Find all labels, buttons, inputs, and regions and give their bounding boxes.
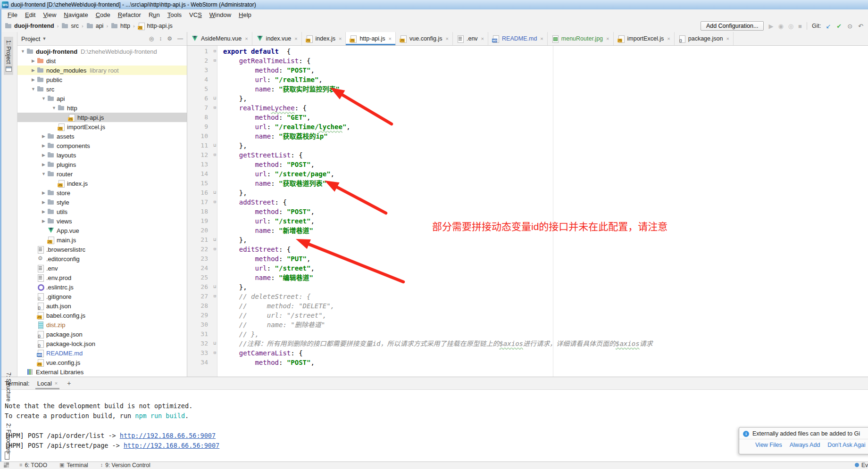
status-item-9-version-control[interactable]: ↕9: Version Control	[100, 462, 150, 469]
code-line-12[interactable]: 12⊟ getStreetList: {	[187, 150, 868, 160]
rollback-icon[interactable]: ↶	[858, 23, 863, 30]
chevron-right-icon[interactable]: ▶	[30, 68, 37, 73]
menu-item-file[interactable]: File	[4, 10, 21, 19]
fold-marker-icon[interactable]: ⊟	[210, 197, 219, 207]
menu-item-help[interactable]: Help	[235, 10, 255, 19]
stop-icon[interactable]: ■	[798, 23, 802, 30]
notification-link-view-files[interactable]: View Files	[755, 442, 782, 448]
tree-item-node_modules[interactable]: ▶node_moduleslibrary root	[17, 66, 187, 75]
code-editor[interactable]: 1⊟export default {2⊟ getRealTimeList: {3…	[187, 46, 868, 377]
fold-marker-icon[interactable]: ⊔	[210, 235, 219, 245]
settings-icon[interactable]: ⚙	[167, 35, 172, 42]
tree-item-.env.prod[interactable]: .env.prod	[17, 273, 187, 282]
hide-panel-icon[interactable]: —	[177, 35, 183, 42]
menu-item-view[interactable]: View	[39, 10, 60, 19]
notification-link-don-t-ask-agai[interactable]: Don't Ask Agai	[827, 442, 865, 448]
tree-item-babel.config.js[interactable]: babel.config.js	[17, 311, 187, 320]
tab-importExcel.js[interactable]: importExcel.js×	[614, 32, 675, 45]
code-line-28[interactable]: 28 // method: "DELETE",	[187, 301, 868, 311]
code-line-8[interactable]: 8 method: "GET",	[187, 113, 868, 122]
tree-item-router[interactable]: ▼router	[17, 169, 187, 179]
close-icon[interactable]: ×	[726, 36, 729, 41]
code-line-21[interactable]: 21⊔ },	[187, 235, 868, 245]
fold-marker-icon[interactable]: ⊟	[210, 245, 219, 254]
status-item-terminal[interactable]: ▣Terminal	[59, 462, 88, 469]
chevron-down-icon[interactable]: ▼	[40, 96, 47, 101]
terminal-tab-local[interactable]: Local ×	[35, 377, 60, 389]
tab-index.vue[interactable]: index.vue×	[252, 32, 302, 45]
chevron-right-icon[interactable]: ▶	[40, 209, 47, 214]
code-line-15[interactable]: 15 name: "获取巷道列表"	[187, 179, 868, 188]
tree-item-store[interactable]: ▶store	[17, 188, 187, 197]
code-line-3[interactable]: 3 method: "POST",	[187, 66, 868, 75]
code-line-7[interactable]: 7⊟ realTimeLychee: {	[187, 103, 868, 113]
terminal-output[interactable]: Note that the development build is not o…	[0, 390, 868, 462]
stripe-button-structure[interactable]: 7: Structure	[4, 369, 13, 405]
fold-marker-icon[interactable]: ⊔	[210, 282, 219, 292]
chevron-down-icon[interactable]: ▼	[30, 87, 37, 91]
tab-menuRouter.jpg[interactable]: menuRouter.jpg×	[548, 32, 614, 45]
stripe-button-project[interactable]: 1: Project	[4, 37, 13, 75]
tree-item-vue.config.js[interactable]: vue.config.js	[17, 358, 187, 367]
add-configuration-button[interactable]: Add Configuration...	[701, 21, 764, 31]
tree-item-.gitignore[interactable]: .gitignore	[17, 292, 187, 301]
menu-item-tools[interactable]: Tools	[164, 10, 185, 19]
project-panel-title[interactable]: Project	[21, 35, 40, 42]
code-line-32[interactable]: 32⊔ //注释：所有用到删除的接口都需要拼接变量id，所以请求方式采用了挂载在…	[187, 339, 868, 348]
code-line-11[interactable]: 11⊔ },	[187, 141, 868, 150]
tree-item-http[interactable]: ▼http	[17, 103, 187, 113]
tab-http-api.js[interactable]: http-api.js×	[346, 32, 396, 45]
code-line-25[interactable]: 25 name: "编辑巷道"	[187, 273, 868, 282]
chevron-right-icon[interactable]: ▶	[40, 143, 47, 148]
chevron-right-icon[interactable]: ▶	[40, 190, 47, 195]
tree-item-utils[interactable]: ▶utils	[17, 207, 187, 216]
code-line-6[interactable]: 6⊔ },	[187, 94, 868, 103]
menu-item-run[interactable]: Run	[145, 10, 164, 19]
tab-vue.config.js[interactable]: vue.config.js×	[396, 32, 453, 45]
chevron-right-icon[interactable]: ▶	[30, 58, 37, 63]
chevron-right-icon[interactable]: ▶	[40, 153, 47, 157]
fold-marker-icon[interactable]: ⊟	[210, 47, 219, 56]
menu-item-refactor[interactable]: Refactor	[114, 10, 145, 19]
tab-README.md[interactable]: README.md×	[488, 32, 548, 45]
code-line-2[interactable]: 2⊟ getRealTimeList: {	[187, 56, 868, 66]
code-line-4[interactable]: 4 url: "/realTime",	[187, 75, 868, 84]
locate-icon[interactable]: ◎	[149, 35, 154, 42]
tree-item-.browserslistrc[interactable]: .browserslistrc	[17, 245, 187, 254]
fold-marker-icon[interactable]: ⊔	[210, 141, 219, 150]
tree-item-plugins[interactable]: ▶plugins	[17, 160, 187, 169]
close-icon[interactable]: ×	[389, 36, 392, 41]
close-icon[interactable]: ×	[339, 36, 342, 41]
breadcrumb-item-api[interactable]: api	[86, 23, 104, 29]
history-icon[interactable]: ⊙	[847, 23, 852, 30]
close-icon[interactable]: ×	[294, 36, 297, 41]
tree-item-.editorconfig[interactable]: .editorconfig	[17, 254, 187, 263]
code-line-17[interactable]: 17⊟ addStreet: {	[187, 197, 868, 207]
tree-item-src[interactable]: ▼src	[17, 84, 187, 94]
tree-item-layouts[interactable]: ▶layouts	[17, 150, 187, 160]
tree-item-http-api.js[interactable]: http-api.js	[17, 113, 187, 122]
close-icon[interactable]: ×	[606, 36, 609, 41]
menu-item-navigate[interactable]: Navigate	[60, 10, 92, 19]
code-line-22[interactable]: 22⊟ editStreet: {	[187, 245, 868, 254]
tab-.env[interactable]: .env×	[453, 32, 488, 45]
close-icon[interactable]: ×	[245, 36, 248, 41]
update-project-icon[interactable]: ↙	[826, 23, 831, 30]
event-log-widget[interactable]: Ev	[855, 462, 868, 469]
tree-item-External Libraries[interactable]: External Libraries	[17, 367, 187, 377]
tab-index.js[interactable]: index.js×	[302, 32, 346, 45]
tab-AsideMenu.vue[interactable]: AsideMenu.vue×	[187, 32, 252, 45]
tree-item-App.vue[interactable]: App.vue	[17, 226, 187, 235]
menu-item-edit[interactable]: Edit	[21, 10, 39, 19]
code-line-34[interactable]: 34 method: "POST",	[187, 358, 868, 367]
close-icon[interactable]: ×	[540, 36, 543, 41]
code-line-23[interactable]: 23 method: "PUT",	[187, 254, 868, 263]
menu-item-vcs[interactable]: VCS	[185, 10, 206, 19]
tree-item-duoji-frontend[interactable]: ▼duoji-frontendD:\zheheWeb\duoji-fronten…	[17, 47, 187, 56]
fold-marker-icon[interactable]: ⊟	[210, 150, 219, 160]
code-line-30[interactable]: 30 // name: "删除巷道"	[187, 320, 868, 329]
code-line-14[interactable]: 14 url: "/street/page",	[187, 169, 868, 179]
chevron-right-icon[interactable]: ▶	[30, 77, 37, 82]
fold-marker-icon[interactable]: ⊔	[210, 188, 219, 197]
tree-item-package-lock.json[interactable]: package-lock.json	[17, 339, 187, 348]
